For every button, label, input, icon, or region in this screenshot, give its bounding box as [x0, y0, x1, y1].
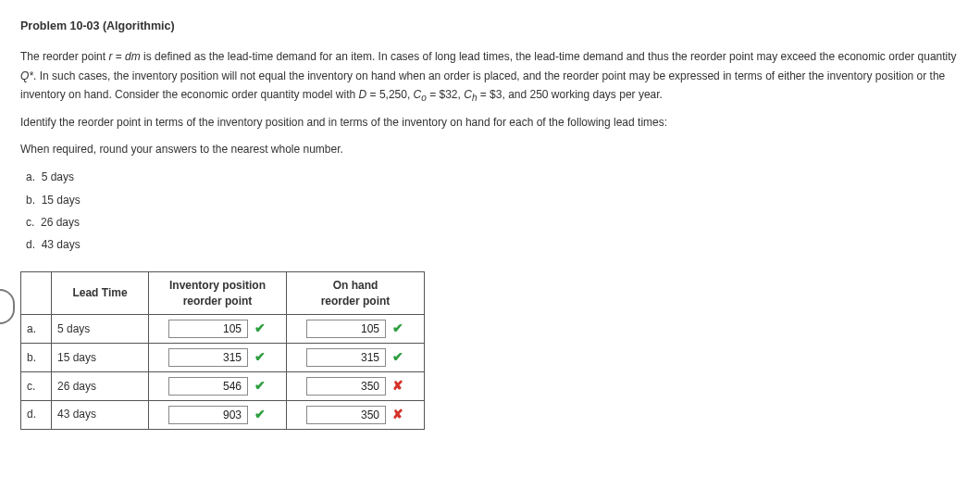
option-text: 26 days — [41, 216, 80, 229]
cross-icon: ✘ — [391, 404, 404, 426]
cell-on-hand: 105 ✔ — [287, 315, 425, 344]
answer-table: Lead Time Inventory position reorder poi… — [20, 271, 425, 430]
row-letter: a. — [21, 315, 52, 344]
check-icon: ✔ — [254, 375, 267, 397]
check-icon: ✔ — [391, 346, 404, 369]
instruction-1: Identify the reorder point in terms of t… — [20, 113, 960, 132]
cell-inv-pos: 903 ✔ — [149, 400, 287, 429]
option-label: d. — [26, 238, 35, 251]
answer-input[interactable]: 903 — [168, 406, 248, 424]
answer-input[interactable]: 105 — [168, 320, 248, 338]
table-row: d. 43 days 903 ✔ 350 ✘ — [21, 400, 425, 429]
text: = $32, — [427, 88, 464, 101]
option-label: b. — [26, 194, 35, 207]
var-dm: dm — [125, 50, 141, 63]
header-line: reorder point — [321, 295, 391, 308]
answer-input[interactable]: 105 — [306, 320, 386, 338]
var-D: D — [359, 88, 367, 101]
cell-on-hand: 315 ✔ — [287, 344, 425, 372]
list-item: c. 26 days — [26, 213, 960, 232]
header-line: On hand — [333, 279, 378, 292]
instruction-2: When required, round your answers to the… — [20, 140, 960, 158]
header-line: Inventory position — [169, 279, 266, 292]
cell-inv-pos: 105 ✔ — [149, 315, 287, 344]
var-Ch: C — [464, 88, 472, 101]
cell-inv-pos: 315 ✔ — [149, 344, 287, 372]
cell-on-hand: 350 ✘ — [287, 400, 425, 429]
row-lead: 43 days — [52, 400, 149, 429]
table-row: b. 15 days 315 ✔ 315 ✔ — [21, 344, 425, 372]
option-label: a. — [26, 170, 35, 183]
header-inventory-position: Inventory position reorder point — [149, 271, 287, 315]
option-text: 5 days — [42, 170, 74, 183]
header-blank — [21, 271, 52, 315]
answer-input[interactable]: 350 — [306, 406, 386, 424]
text: = 5,250, — [366, 88, 413, 101]
problem-paragraph: The reorder point r = dm is defined as t… — [20, 47, 960, 106]
row-letter: b. — [21, 344, 52, 372]
answer-input[interactable]: 315 — [306, 348, 386, 367]
row-lead: 5 days — [52, 315, 149, 344]
list-item: b. 15 days — [26, 191, 960, 209]
answer-input[interactable]: 546 — [168, 377, 248, 396]
option-label: c. — [26, 216, 34, 229]
check-icon: ✔ — [254, 404, 267, 426]
answer-input[interactable]: 350 — [306, 377, 386, 396]
text: is defined as the lead-time demand for a… — [141, 50, 957, 63]
list-item: d. 43 days — [26, 235, 960, 254]
list-item: a. 5 days — [26, 168, 960, 186]
var-Qstar: Q* — [20, 69, 33, 82]
table-row: a. 5 days 105 ✔ 105 ✔ — [21, 315, 425, 344]
check-icon: ✔ — [254, 318, 267, 340]
table-row: c. 26 days 546 ✔ 350 ✘ — [21, 371, 425, 400]
option-text: 43 days — [42, 238, 81, 251]
cross-icon: ✘ — [391, 375, 404, 397]
header-lead-time: Lead Time — [52, 271, 149, 315]
text: The reorder point — [20, 50, 108, 63]
row-lead: 15 days — [52, 344, 149, 372]
row-lead: 26 days — [52, 371, 149, 400]
text: = $3, and 250 working days per year. — [477, 88, 662, 101]
options-list: a. 5 days b. 15 days c. 26 days d. 43 da… — [26, 168, 960, 255]
side-tab[interactable] — [0, 289, 15, 324]
check-icon: ✔ — [254, 346, 267, 369]
answer-input[interactable]: 315 — [168, 348, 248, 367]
var-Co: C — [414, 88, 422, 101]
header-line: reorder point — [183, 295, 253, 308]
row-letter: d. — [21, 400, 52, 429]
header-on-hand: On hand reorder point — [287, 271, 425, 315]
cell-inv-pos: 546 ✔ — [149, 371, 287, 400]
row-letter: c. — [21, 371, 52, 400]
option-text: 15 days — [42, 194, 81, 207]
cell-on-hand: 350 ✘ — [287, 371, 425, 400]
text: = — [112, 50, 125, 63]
check-icon: ✔ — [391, 318, 404, 340]
problem-title: Problem 10-03 (Algorithmic) — [20, 17, 960, 36]
